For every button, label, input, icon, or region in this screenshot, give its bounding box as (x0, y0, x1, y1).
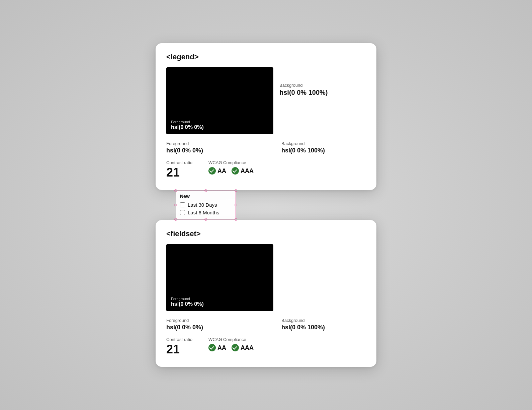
legend-aaa-badge: AAA (232, 167, 254, 175)
checkbox-6months[interactable] (180, 210, 185, 215)
fieldset-contrast-label: Contrast ratio (166, 337, 192, 342)
selection-box: New Last 30 Days Last 6 Months (176, 191, 236, 219)
fieldset-wcag-label: WCAG Compliance (208, 337, 254, 342)
legend-card-title: <legend> (166, 53, 366, 61)
legend-fg-value-below: hsl(0 0% 0%) (166, 147, 273, 154)
fieldset-fg-value: hsl(0 0% 0%) (171, 301, 269, 307)
handle-tc (204, 189, 207, 192)
legend-bg-label: Background (279, 83, 328, 88)
dropdown-legend-label: New (180, 194, 232, 199)
handle-ml (174, 204, 177, 206)
legend-aa-badge: AA (208, 167, 226, 175)
checkbox-30days[interactable] (180, 202, 185, 207)
legend-bg-label-2: Background (281, 141, 366, 146)
fieldset-fg-label-below: Foreground (166, 318, 273, 323)
dropdown-item-30days[interactable]: Last 30 Days (180, 201, 232, 209)
handle-tr (235, 189, 237, 192)
fieldset-card-title: <fieldset> (166, 229, 366, 238)
fieldset-contrast-value: 21 (166, 343, 192, 356)
legend-card: <legend> Foreground hsl(0 0% 0%) Backgro… (156, 43, 376, 190)
fieldset-fg-label: Foreground (171, 297, 269, 301)
label-30days: Last 30 Days (188, 202, 217, 208)
legend-wcag-label: WCAG Compliance (208, 160, 254, 165)
legend-fg-value: hsl(0 0% 0%) (171, 124, 269, 130)
fieldset-fg-value-below: hsl(0 0% 0%) (166, 324, 273, 331)
handle-bl (174, 218, 177, 221)
fieldset-aa-check-icon (208, 344, 216, 351)
legend-aaa-check-icon (232, 167, 239, 175)
fieldset-aaa-badge: AAA (232, 344, 254, 351)
dropdown-overlay-container: New Last 30 Days Last 6 Months (156, 190, 376, 220)
fieldset-preview-box: Foreground hsl(0 0% 0%) (166, 244, 273, 311)
dropdown-item-6months[interactable]: Last 6 Months (180, 209, 232, 216)
legend-fg-label: Foreground (171, 120, 269, 124)
fieldset-bg-label: Background (281, 318, 366, 323)
legend-contrast-value: 21 (166, 166, 192, 179)
fieldset-bg-value: hsl(0 0% 100%) (281, 324, 366, 331)
handle-br (235, 218, 237, 221)
legend-preview-box: Foreground hsl(0 0% 0%) (166, 67, 273, 134)
legend-bg-value: hsl(0 0% 100%) (279, 89, 328, 96)
legend-contrast-label: Contrast ratio (166, 160, 192, 165)
legend-fg-group: Foreground hsl(0 0% 0%) (171, 120, 269, 130)
fieldset-contrast-group: Contrast ratio 21 (166, 337, 192, 356)
handle-mr (235, 204, 237, 206)
fieldset-aaa-label: AAA (241, 344, 254, 351)
fieldset-aa-badge: AA (208, 344, 226, 351)
legend-fg-label-below: Foreground (166, 141, 273, 146)
handle-tl (174, 189, 177, 192)
handle-bc (204, 218, 207, 221)
legend-aa-check-icon (208, 167, 216, 175)
fieldset-wcag-group: WCAG Compliance AA AAA (208, 337, 254, 351)
fieldset-fg-group: Foreground hsl(0 0% 0%) (171, 297, 269, 307)
legend-aa-label: AA (217, 167, 226, 175)
legend-contrast-group: Contrast ratio 21 (166, 160, 192, 179)
label-6months: Last 6 Months (188, 210, 219, 215)
legend-wcag-group: WCAG Compliance AA AAA (208, 160, 254, 175)
fieldset-aa-label: AA (217, 344, 226, 351)
dropdown-overlay: New Last 30 Days Last 6 Months (176, 191, 236, 219)
fieldset-aaa-check-icon (232, 344, 239, 351)
legend-aaa-label: AAA (241, 167, 254, 175)
legend-bg-value-2: hsl(0 0% 100%) (281, 147, 366, 154)
fieldset-card: <fieldset> Foreground hsl(0 0% 0%) Foreg… (156, 220, 376, 367)
